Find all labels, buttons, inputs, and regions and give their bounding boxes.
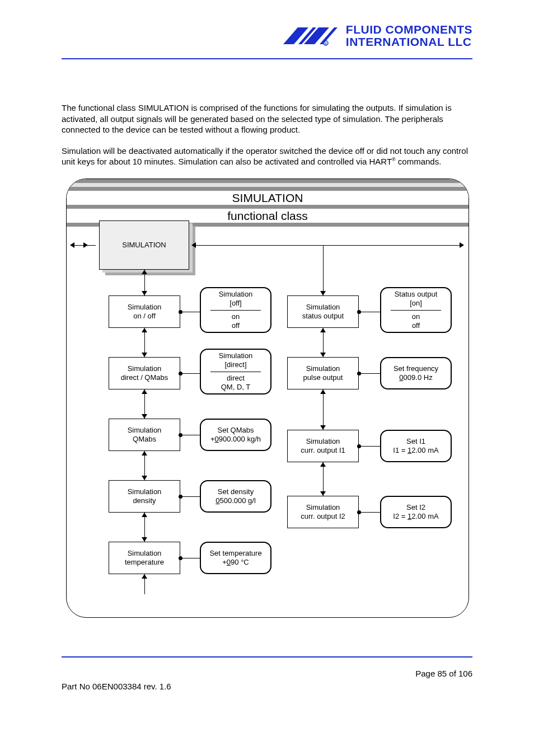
- intro-text: The functional class SIMULATION is compr…: [62, 102, 473, 177]
- sim-direct-options: Simulation [direct] direct QM, D, T: [200, 349, 271, 395]
- paragraph-1: The functional class SIMULATION is compr…: [62, 102, 473, 135]
- sim-temperature-box: Simulation temperature: [109, 542, 180, 574]
- sim-curr-output-i2-box: Simulation curr. output I2: [287, 496, 359, 528]
- page-number: Page 85 of 106: [415, 669, 472, 678]
- simulation-diagram: SIMULATION functional class SIMULATION S…: [66, 179, 469, 618]
- part-number: Part No 06EN003384 rev. 1.6: [62, 682, 171, 691]
- status-output-options: Status output [on] on off: [380, 287, 452, 333]
- set-i1-box: Set I1 I1 = 12.00 mA: [380, 430, 452, 462]
- sim-curr-output-i1-box: Simulation curr. output I1: [287, 430, 359, 462]
- footer-divider: [62, 656, 472, 658]
- sim-off-options: Simulation [off] on off: [200, 287, 271, 333]
- header-divider: [62, 58, 472, 59]
- set-qmabs-box: Set QMabs +0900.000 kg/h: [200, 419, 271, 451]
- logo-line2: INTERNATIONAL LLC: [346, 36, 472, 48]
- sim-density-box: Simulation density: [109, 480, 180, 513]
- sim-direct-qmabs-box: Simulation direct / QMabs: [109, 357, 180, 389]
- sim-status-output-box: Simulation status output: [287, 295, 359, 328]
- diagram-title: SIMULATION: [67, 191, 469, 205]
- sim-qmabs-box: Simulation QMabs: [109, 419, 180, 451]
- document-page: R FLUID COMPONENTS INTERNATIONAL LLC The…: [0, 0, 534, 756]
- set-frequency-box: Set frequency 0009.0 Hz: [380, 357, 452, 389]
- fci-logo-mark: R: [281, 22, 343, 49]
- main-simulation-box: SIMULATION: [99, 220, 189, 270]
- registered-mark: ®: [392, 157, 396, 162]
- company-logo: R FLUID COMPONENTS INTERNATIONAL LLC: [281, 22, 472, 49]
- paragraph-2: Simulation will be deactivated automatic…: [62, 145, 473, 167]
- set-density-box: Set density 0500.000 g/l: [200, 480, 271, 513]
- logo-line1: FLUID COMPONENTS: [346, 24, 472, 36]
- svg-text:R: R: [325, 42, 327, 45]
- sim-pulse-output-box: Simulation pulse output: [287, 357, 359, 389]
- set-i2-box: Set I2 I2 = 12.00 mA: [380, 496, 452, 528]
- set-temperature-box: Set temperature +090 °C: [200, 542, 271, 574]
- diagram-header: SIMULATION functional class: [67, 179, 469, 227]
- svg-marker-0: [283, 27, 308, 44]
- sim-on-off-box: Simulation on / off: [109, 295, 180, 328]
